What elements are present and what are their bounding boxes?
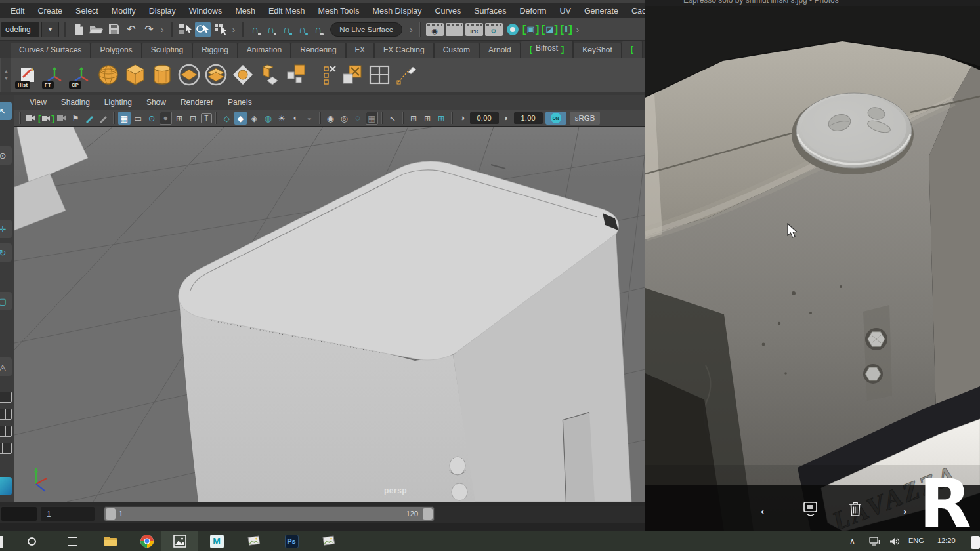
delete-edge-icon[interactable] [321, 61, 338, 89]
two-d-pan-icon[interactable] [97, 112, 110, 125]
shelf-tab-bifrost[interactable]: [Bifrost] [521, 41, 574, 58]
current-frame-field[interactable]: 1 [41, 507, 95, 521]
exposure-field[interactable]: 0.00 [470, 112, 499, 124]
poly-cube-icon[interactable] [123, 61, 148, 89]
layout-four-pane-icon[interactable] [0, 426, 12, 437]
isolate-add-icon[interactable]: ⊞ [421, 112, 434, 125]
toolbar-overflow-icon[interactable]: › [159, 24, 166, 35]
freeze-transform-shelf-icon[interactable]: FT [42, 61, 67, 89]
redo-icon[interactable]: ↷ [141, 22, 157, 37]
toolbar-overflow-icon[interactable]: › [574, 24, 582, 35]
viewport-toggle-icon[interactable]: ▦ [366, 112, 378, 125]
live-surface-field[interactable]: No Live Surface [330, 22, 402, 37]
isolate-remove-icon[interactable]: ⊞ [435, 112, 448, 125]
menu-mesh-tools[interactable]: Mesh Tools [312, 7, 366, 16]
menu-uv[interactable]: UV [553, 7, 578, 16]
use-all-lights-icon[interactable]: ☀ [276, 112, 288, 125]
quad-draw-icon[interactable] [340, 61, 365, 89]
panel-menu-shading[interactable]: Shading [54, 98, 97, 107]
photos-titlebar[interactable]: Espresso solo by shmidt linski s.jpg - P… [645, 0, 980, 6]
color-management-toggle[interactable]: ON [545, 112, 566, 125]
textured-icon[interactable]: ◍ [262, 112, 274, 125]
plugin-bars-icon[interactable]: [‖] [560, 24, 572, 35]
layout-two-pane-icon[interactable] [0, 409, 12, 420]
undo-icon[interactable]: ↶ [123, 22, 139, 37]
rotate-tool-icon[interactable]: ↻ [0, 243, 12, 262]
menu-edit[interactable]: Edit [4, 7, 32, 16]
menuset-arrow-icon[interactable]: ▾ [41, 22, 59, 37]
snap-to-curves-icon[interactable]: ∩ [264, 22, 278, 37]
shelf-tab-fx[interactable]: FX [347, 43, 375, 58]
shelf-tab-partial[interactable]: [ [622, 41, 643, 58]
shadows-icon[interactable]: ◐ [289, 112, 302, 125]
viewport-select-icon[interactable]: ↖ [387, 112, 399, 125]
next-photo-button[interactable]: → [889, 497, 913, 521]
menu-windows[interactable]: Windows [182, 7, 229, 16]
render-current-frame-icon[interactable] [446, 23, 463, 36]
poly-disc-icon[interactable] [230, 61, 255, 89]
open-scene-icon[interactable] [88, 22, 104, 37]
camera-icon[interactable] [24, 112, 37, 125]
motion-blur-icon[interactable]: ◉ [324, 112, 337, 125]
previous-photo-button[interactable]: ← [754, 497, 778, 521]
range-end-handle[interactable] [423, 508, 433, 520]
history-shelf-icon[interactable]: Hist [15, 61, 40, 89]
slideshow-button[interactable] [799, 497, 822, 521]
snap-to-projected-center-icon[interactable]: ∩ [295, 22, 309, 37]
lasso-tool-icon[interactable]: ⊙ [0, 146, 12, 165]
panel-menu-show[interactable]: Show [139, 98, 173, 107]
panel-menu-renderer[interactable]: Renderer [173, 98, 221, 107]
colorspace-chip[interactable]: sRGB [570, 112, 601, 125]
move-tool-icon[interactable]: ✛ [0, 220, 12, 238]
speaker-icon[interactable] [886, 534, 902, 548]
shelf-tab-sculpting[interactable]: Sculpting [142, 43, 193, 58]
new-scene-icon[interactable] [70, 22, 86, 37]
shelf-scroll-gutter[interactable]: ▲▼ [1, 58, 11, 92]
resolution-gate-icon[interactable]: ⊙ [146, 112, 158, 125]
snap-to-grid-icon[interactable]: ∩ [248, 22, 262, 37]
anti-alias-icon[interactable]: ◎ [338, 112, 351, 125]
poly-plane-icon[interactable] [177, 61, 202, 89]
image-viewer2-icon[interactable] [322, 534, 337, 548]
poly-cylinder-icon[interactable] [150, 61, 175, 89]
locked-camera-icon[interactable]: [] [38, 112, 54, 125]
viewport-canvas[interactable]: persp [14, 127, 645, 502]
select-tool-icon[interactable]: ↖ [0, 102, 12, 120]
shelf-tab-rigging[interactable]: Rigging [193, 43, 238, 58]
toolbar-overflow-icon[interactable]: › [408, 24, 415, 35]
maya-app-icon[interactable]: M [209, 534, 224, 548]
file-explorer-icon[interactable] [102, 534, 118, 548]
shelf-tab-custom[interactable]: Custom [435, 43, 480, 58]
playback-field[interactable] [1, 507, 37, 521]
shelf-tab-polygons[interactable]: Polygons [91, 43, 142, 58]
menu-select[interactable]: Select [69, 7, 105, 16]
plugin-paint-icon[interactable]: [◪] [541, 24, 558, 35]
last-tool-icon[interactable]: ◬ [0, 357, 12, 376]
render-view-icon[interactable]: ◉ [426, 23, 444, 36]
maximize-icon[interactable] [964, 0, 969, 3]
tray-chevron-icon[interactable]: ∧ [849, 537, 855, 546]
multi-cut-icon[interactable] [367, 61, 392, 89]
select-hierarchy-icon[interactable] [177, 22, 193, 37]
menu-surfaces[interactable]: Surfaces [467, 7, 513, 16]
start-button-sliver[interactable] [0, 536, 3, 548]
shelf-tab-fx-caching[interactable]: FX Caching [375, 43, 435, 58]
center-pivot-shelf-icon[interactable]: CP [69, 61, 94, 89]
panel-menu-panels[interactable]: Panels [221, 98, 259, 107]
menu-display[interactable]: Display [142, 7, 182, 16]
menu-create[interactable]: Create [32, 7, 70, 16]
select-component-icon[interactable] [213, 22, 228, 37]
panel-menu-lighting[interactable]: Lighting [97, 98, 139, 107]
bookmark-icon[interactable]: ⚑ [70, 112, 82, 125]
hypershade-icon[interactable] [507, 24, 519, 35]
shelf-tab-rendering[interactable]: Rendering [291, 43, 346, 58]
field-chart-icon[interactable]: ⊞ [173, 112, 186, 125]
plugin-render-cube-icon[interactable]: [▣] [522, 24, 540, 35]
film-gate-icon[interactable]: ▭ [132, 112, 144, 125]
scale-tool-icon[interactable]: ▢ [0, 292, 12, 310]
image-plane-brush-icon[interactable] [83, 112, 96, 125]
menu-modify[interactable]: Modify [105, 7, 142, 16]
wireframe-on-shaded-icon[interactable]: ◈ [248, 112, 261, 125]
isolate-select-icon[interactable]: ⊞ [408, 112, 420, 125]
network-icon[interactable] [866, 534, 882, 548]
